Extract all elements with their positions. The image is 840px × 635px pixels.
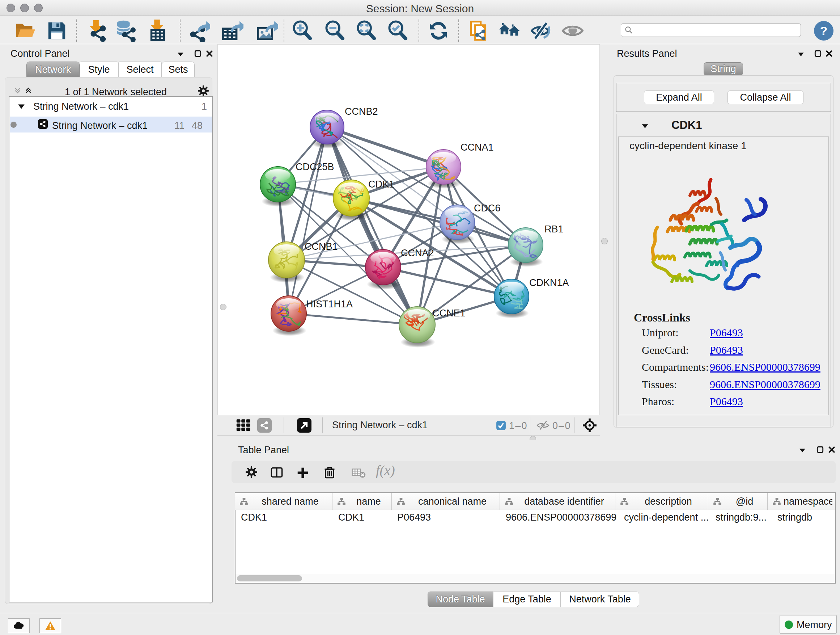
svg-text:CCNB1: CCNB1: [305, 241, 338, 252]
svg-text:CCNA2: CCNA2: [401, 248, 434, 258]
svg-text:CCNA1: CCNA1: [461, 142, 494, 153]
svg-text:CDC6: CDC6: [474, 203, 501, 214]
svg-text:CDK1: CDK1: [368, 179, 394, 190]
svg-text:HIST1H1A: HIST1H1A: [306, 299, 353, 310]
svg-text:CCNB2: CCNB2: [345, 106, 378, 117]
svg-text:CDKN1A: CDKN1A: [529, 277, 569, 288]
svg-text:CCNE1: CCNE1: [432, 308, 466, 318]
svg-text:RB1: RB1: [545, 224, 564, 234]
svg-text:CDC25B: CDC25B: [295, 162, 334, 172]
